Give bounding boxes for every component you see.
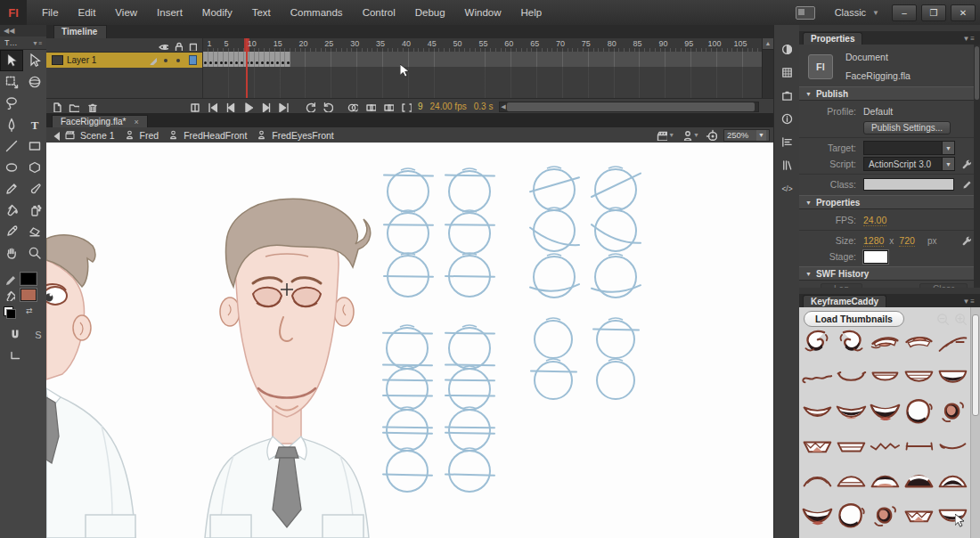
color-panel-icon[interactable] [774,37,800,61]
load-thumbnails-button[interactable]: Load Thumbnails [804,311,904,327]
code-snippets-panel-icon[interactable] [774,176,800,200]
components-panel-icon[interactable] [774,84,800,107]
mouth-thumbnail-smile-dark[interactable] [801,501,833,531]
fill-color-swatch[interactable] [20,289,37,301]
tool-selection[interactable] [0,50,23,71]
zoom-level-select[interactable]: 250% ▼ [723,129,770,142]
collapse-panel-icon[interactable]: ◀◀ [4,27,14,35]
layer-outline-color[interactable] [189,55,197,65]
center-frame-button[interactable] [184,99,202,113]
mouth-thumbnail-hill-thin[interactable] [801,466,833,496]
frame-rate-value[interactable]: 24.00 fps [430,102,467,111]
mouth-thumbnail-big-o[interactable] [902,396,935,427]
close-document-icon[interactable]: × [134,118,138,126]
restore-button[interactable]: ❐ [921,4,946,21]
size-settings-wrench-icon[interactable] [961,235,973,247]
breadcrumb-fredheadfront[interactable]: FredHeadFront [167,129,250,141]
workspace-label[interactable]: Classic [835,7,866,18]
menu-window[interactable]: Window [455,0,511,25]
layer-row[interactable]: Layer 1 [46,53,202,68]
timeline-tab[interactable]: Timeline [53,25,107,38]
keyframe-dot-5[interactable] [225,61,227,64]
breadcrumb-fredeyesfront[interactable]: FredEyesFront [256,129,337,141]
stage-canvas[interactable] [46,143,773,538]
keyframe-dot-2[interactable] [209,61,212,64]
tool-rectangle[interactable] [23,135,46,157]
timeline-ruler[interactable]: 1510152025303540455055606570758085909510… [203,38,763,53]
stage-height-value[interactable]: 720 [899,235,915,247]
mouth-thumbnail-smile-dark[interactable] [869,396,901,427]
keyframe-dot-15[interactable] [276,61,279,64]
tools-panel-tab[interactable]: T… [4,38,18,47]
publish-section-header[interactable]: ▼ Publish [799,86,980,101]
step-back-button[interactable] [220,99,238,113]
tool-free-transform[interactable] [0,71,23,93]
back-button[interactable] [46,128,64,143]
edit-multiple-frames-button[interactable] [379,99,396,113]
keyframe-dot-6[interactable] [230,61,233,64]
edit-class-pencil-icon[interactable] [961,179,973,191]
tool-brush[interactable] [23,178,46,200]
delete-layer-button[interactable] [82,99,100,113]
tool-pen[interactable] [0,114,23,135]
default-colors-button[interactable] [4,306,13,316]
tool-line[interactable] [0,135,23,157]
menu-help[interactable]: Help [511,0,552,25]
mouth-thumbnail-hill-teeth[interactable] [835,466,867,496]
keyframe-dot-16[interactable] [282,61,284,64]
go-to-last-frame-button[interactable] [274,99,291,113]
loop-range-button[interactable] [318,99,336,113]
timeline-horizontal-scrollbar[interactable]: ◀ [499,102,759,112]
mouth-thumbnail-small-o[interactable] [936,396,968,427]
keyframe-dot-8[interactable] [241,61,243,64]
zoom-in-icon[interactable] [954,313,968,326]
document-tab[interactable]: FaceRigging.fla* × [52,115,148,127]
layer-visible-dot[interactable] [164,59,167,62]
minimize-button[interactable]: – [892,4,917,21]
menu-file[interactable]: File [32,0,69,25]
character-fred-front[interactable] [205,199,371,538]
mouth-thumbnail-smirk-left[interactable] [801,327,833,357]
tool-rotation-3d[interactable] [23,71,46,93]
straighten-option-button[interactable] [4,346,27,367]
tool-zoom[interactable] [23,242,46,264]
play-button[interactable] [238,99,256,113]
menu-modify[interactable]: Modify [192,0,242,25]
class-input[interactable] [863,178,954,191]
show-hide-layers-icon[interactable] [158,40,168,51]
onion-skin-outlines-button[interactable] [361,99,379,113]
tool-subselection[interactable] [23,50,46,71]
edit-scene-button[interactable]: ▼ [656,129,674,141]
eye-blink-sketches[interactable] [383,167,641,492]
panel-menu-icon[interactable]: ▼≡ [962,35,980,45]
properties-section-header[interactable]: ▼ Properties [799,195,980,209]
keyframe-dot-1[interactable] [204,61,207,64]
library-panel-icon[interactable] [774,153,800,176]
properties-scrollbar[interactable] [974,45,980,288]
scroll-left-icon[interactable]: ◀ [500,102,507,111]
properties-panel-tab[interactable]: Properties [803,32,862,45]
keyframe-caddy-tab[interactable]: KeyframeCaddy [803,295,886,307]
tool-paint-bucket[interactable] [0,200,23,221]
panel-menu-icon[interactable]: ▼≡ [962,298,980,307]
new-layer-button[interactable] [46,99,64,113]
menu-commands[interactable]: Commands [281,0,353,25]
fps-value[interactable]: 24.00 [863,215,886,226]
mouth-thumbnail-u-sliver[interactable] [869,362,901,392]
breadcrumb-fred[interactable]: Fred [124,129,163,141]
stage-width-value[interactable]: 1280 [863,235,884,247]
keyframe-dot-13[interactable] [266,61,269,64]
layer-frames-row[interactable] [203,52,763,68]
edit-symbol-button[interactable]: ▼ [681,129,699,141]
breadcrumb-scene-1[interactable]: Scene 1 [64,129,118,141]
document-name-value[interactable]: FaceRigging.fla [845,70,911,81]
tool-deco[interactable] [23,200,46,221]
new-folder-button[interactable] [64,99,82,113]
playhead-line[interactable] [246,38,248,98]
align-panel-icon[interactable] [774,130,800,153]
scroll-up-icon[interactable]: ▲ [763,38,773,50]
mouth-thumbnail-grimace-teeth[interactable] [902,501,935,531]
mouth-thumbnail-slant-thin[interactable] [936,327,968,357]
tool-lasso[interactable] [0,93,23,114]
script-settings-wrench-icon[interactable] [961,159,973,170]
